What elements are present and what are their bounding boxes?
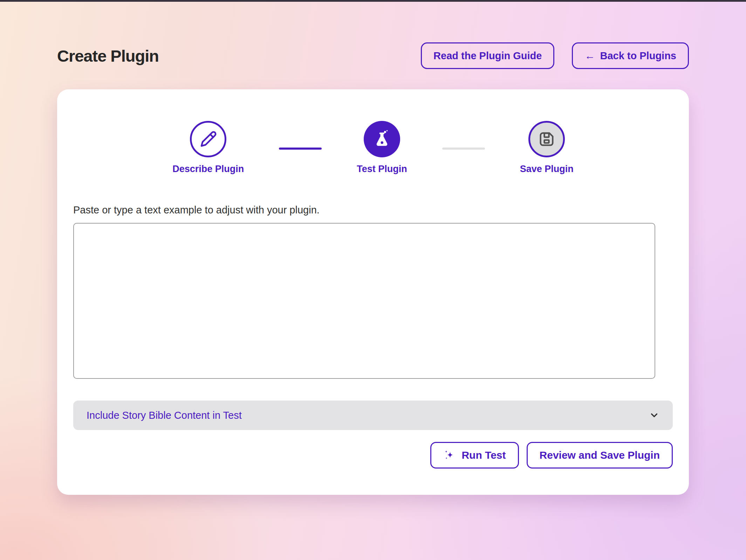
page-header: Create Plugin Read the Plugin Guide ← Ba… <box>57 41 689 70</box>
page-title: Create Plugin <box>57 46 159 66</box>
step-describe-circle <box>190 121 226 157</box>
step-save-plugin[interactable]: Save Plugin <box>520 121 574 175</box>
step-save-circle <box>528 121 565 157</box>
sparkles-icon <box>443 449 456 462</box>
create-plugin-page: Create Plugin Read the Plugin Guide ← Ba… <box>0 41 746 495</box>
chevron-down-icon <box>649 410 659 421</box>
back-to-plugins-label: Back to Plugins <box>600 50 676 62</box>
step-test-label: Test Plugin <box>357 164 407 175</box>
read-plugin-guide-label: Read the Plugin Guide <box>433 50 542 62</box>
step-describe-plugin[interactable]: Describe Plugin <box>172 121 244 175</box>
stepper: Describe Plugin Test Plugin <box>73 121 673 175</box>
review-save-plugin-label: Review and Save Plugin <box>540 449 660 461</box>
back-arrow-icon: ← <box>584 50 595 61</box>
read-plugin-guide-button[interactable]: Read the Plugin Guide <box>421 42 554 69</box>
step-save-label: Save Plugin <box>520 164 574 175</box>
test-example-textarea[interactable] <box>73 223 655 379</box>
instruction-text: Paste or type a text example to adjust w… <box>73 204 673 216</box>
pencil-icon <box>199 130 217 148</box>
story-bible-accordion[interactable]: Include Story Bible Content in Test <box>73 401 673 430</box>
step-describe-label: Describe Plugin <box>172 164 244 175</box>
back-to-plugins-button[interactable]: ← Back to Plugins <box>572 42 689 69</box>
step-test-plugin[interactable]: Test Plugin <box>357 121 407 175</box>
story-bible-accordion-label: Include Story Bible Content in Test <box>87 410 242 421</box>
window-top-strip <box>0 0 746 2</box>
stepper-connector-todo <box>442 148 485 150</box>
review-save-plugin-button[interactable]: Review and Save Plugin <box>527 442 673 469</box>
save-icon <box>538 130 556 148</box>
run-test-label: Run Test <box>461 449 506 461</box>
stepper-connector-done <box>279 148 322 150</box>
action-buttons: Run Test Review and Save Plugin <box>73 442 673 469</box>
run-test-button[interactable]: Run Test <box>430 442 519 469</box>
header-buttons: Read the Plugin Guide ← Back to Plugins <box>421 42 689 69</box>
create-plugin-card: Describe Plugin Test Plugin <box>57 89 689 495</box>
flask-icon <box>373 130 391 148</box>
step-test-circle <box>364 121 400 157</box>
